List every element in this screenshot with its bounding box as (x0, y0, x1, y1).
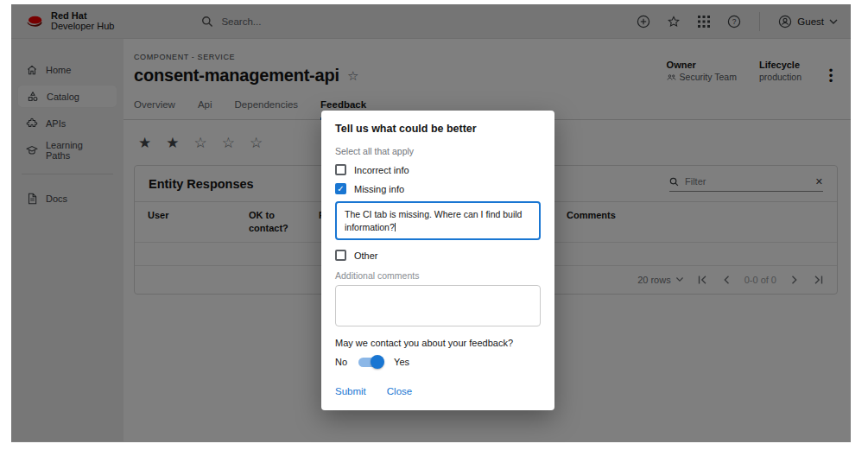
option-other[interactable]: Other (335, 250, 541, 261)
text-caret (395, 223, 396, 231)
missing-info-text: The CI tab is missing. Where can I find … (345, 209, 522, 232)
checkbox-unchecked-icon[interactable] (335, 164, 346, 175)
dialog-subtitle: Select all that apply (335, 146, 541, 156)
close-button[interactable]: Close (387, 386, 412, 396)
contact-question: May we contact you about your feedback? (335, 338, 541, 348)
dialog-title: Tell us what could be better (335, 123, 541, 135)
toggle-no-label: No (335, 357, 347, 367)
checkbox-checked-icon[interactable]: ✓ (335, 183, 346, 194)
toggle-knob (371, 355, 384, 369)
submit-button[interactable]: Submit (335, 386, 366, 396)
additional-comments-textarea[interactable] (335, 285, 541, 326)
contact-toggle[interactable] (358, 358, 383, 367)
checkbox-unchecked-icon[interactable] (335, 250, 346, 261)
option-label: Other (354, 250, 378, 261)
app-window: Red Hat Developer Hub Search... (11, 4, 851, 442)
missing-info-textarea[interactable]: The CI tab is missing. Where can I find … (335, 201, 541, 240)
option-label: Incorrect info (354, 165, 409, 175)
toggle-yes-label: Yes (394, 357, 409, 367)
option-missing-info[interactable]: ✓ Missing info (335, 183, 541, 194)
option-label: Missing info (354, 184, 404, 194)
additional-comments-label: Additional comments (335, 270, 541, 281)
feedback-dialog: Tell us what could be better Select all … (321, 111, 554, 410)
option-incorrect-info[interactable]: Incorrect info (335, 164, 541, 175)
